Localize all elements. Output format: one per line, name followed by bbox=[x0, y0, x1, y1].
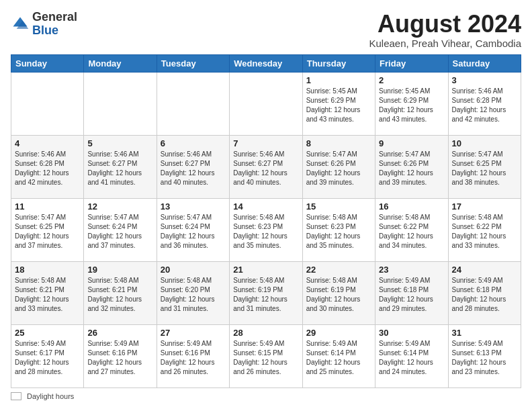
calendar-cell: 19Sunrise: 5:48 AM Sunset: 6:21 PM Dayli… bbox=[84, 261, 157, 324]
main-title: August 2024 bbox=[369, 11, 521, 38]
calendar-cell bbox=[157, 72, 229, 135]
day-number: 4 bbox=[15, 138, 80, 148]
calendar-cell: 9Sunrise: 5:47 AM Sunset: 6:26 PM Daylig… bbox=[375, 135, 448, 198]
logo-text: General Blue bbox=[32, 11, 77, 38]
day-info: Sunrise: 5:48 AM Sunset: 6:19 PM Dayligh… bbox=[233, 276, 298, 314]
day-info: Sunrise: 5:47 AM Sunset: 6:24 PM Dayligh… bbox=[87, 213, 152, 250]
calendar-cell: 6Sunrise: 5:46 AM Sunset: 6:27 PM Daylig… bbox=[157, 135, 229, 198]
day-number: 26 bbox=[87, 328, 152, 338]
day-info: Sunrise: 5:49 AM Sunset: 6:14 PM Dayligh… bbox=[306, 339, 371, 377]
calendar-cell: 25Sunrise: 5:49 AM Sunset: 6:17 PM Dayli… bbox=[11, 324, 84, 387]
calendar-cell: 2Sunrise: 5:45 AM Sunset: 6:29 PM Daylig… bbox=[375, 72, 448, 135]
day-info: Sunrise: 5:46 AM Sunset: 6:27 PM Dayligh… bbox=[233, 150, 298, 187]
calendar-cell: 11Sunrise: 5:47 AM Sunset: 6:25 PM Dayli… bbox=[11, 198, 84, 261]
header-cell: Thursday bbox=[302, 54, 375, 72]
calendar-cell: 8Sunrise: 5:47 AM Sunset: 6:26 PM Daylig… bbox=[302, 135, 375, 198]
day-info: Sunrise: 5:46 AM Sunset: 6:28 PM Dayligh… bbox=[15, 150, 80, 187]
day-info: Sunrise: 5:49 AM Sunset: 6:17 PM Dayligh… bbox=[15, 339, 80, 377]
day-number: 7 bbox=[233, 138, 298, 148]
day-number: 25 bbox=[15, 328, 80, 338]
day-info: Sunrise: 5:47 AM Sunset: 6:25 PM Dayligh… bbox=[452, 150, 517, 187]
header: General Blue August 2024 Kuleaen, Preah … bbox=[11, 11, 521, 49]
calendar-cell bbox=[84, 72, 157, 135]
day-number: 21 bbox=[233, 265, 298, 275]
header-cell: Friday bbox=[375, 54, 448, 72]
calendar-cell: 3Sunrise: 5:46 AM Sunset: 6:28 PM Daylig… bbox=[448, 72, 521, 135]
day-info: Sunrise: 5:46 AM Sunset: 6:27 PM Dayligh… bbox=[161, 150, 226, 187]
calendar-week: 11Sunrise: 5:47 AM Sunset: 6:25 PM Dayli… bbox=[11, 198, 521, 261]
calendar-cell: 30Sunrise: 5:49 AM Sunset: 6:14 PM Dayli… bbox=[375, 324, 448, 387]
day-number: 16 bbox=[379, 201, 444, 212]
daylight-box bbox=[11, 392, 21, 400]
title-section: August 2024 Kuleaen, Preah Vihear, Cambo… bbox=[369, 11, 521, 49]
footer: Daylight hours bbox=[11, 392, 521, 400]
day-info: Sunrise: 5:47 AM Sunset: 6:25 PM Dayligh… bbox=[15, 213, 80, 250]
day-number: 27 bbox=[161, 328, 226, 338]
calendar-header: SundayMondayTuesdayWednesdayThursdayFrid… bbox=[11, 54, 521, 72]
calendar-cell bbox=[11, 72, 84, 135]
day-info: Sunrise: 5:47 AM Sunset: 6:26 PM Dayligh… bbox=[306, 150, 371, 187]
day-number: 28 bbox=[233, 328, 298, 338]
calendar-cell: 1Sunrise: 5:45 AM Sunset: 6:29 PM Daylig… bbox=[302, 72, 375, 135]
header-row: SundayMondayTuesdayWednesdayThursdayFrid… bbox=[11, 54, 521, 72]
calendar-cell: 16Sunrise: 5:48 AM Sunset: 6:22 PM Dayli… bbox=[375, 198, 448, 261]
day-number: 23 bbox=[379, 265, 444, 275]
day-number: 24 bbox=[452, 265, 517, 275]
day-number: 6 bbox=[161, 138, 226, 148]
day-number: 5 bbox=[87, 138, 152, 148]
calendar-cell: 24Sunrise: 5:49 AM Sunset: 6:18 PM Dayli… bbox=[448, 261, 521, 324]
day-info: Sunrise: 5:48 AM Sunset: 6:23 PM Dayligh… bbox=[306, 213, 371, 250]
day-number: 14 bbox=[233, 201, 298, 212]
day-number: 20 bbox=[161, 265, 226, 275]
day-info: Sunrise: 5:46 AM Sunset: 6:28 PM Dayligh… bbox=[452, 87, 517, 124]
day-number: 22 bbox=[306, 265, 371, 275]
day-info: Sunrise: 5:49 AM Sunset: 6:13 PM Dayligh… bbox=[452, 339, 517, 377]
day-info: Sunrise: 5:48 AM Sunset: 6:19 PM Dayligh… bbox=[306, 276, 371, 314]
day-number: 9 bbox=[379, 138, 444, 148]
day-number: 29 bbox=[306, 328, 371, 338]
logo-icon bbox=[11, 15, 30, 34]
day-number: 30 bbox=[379, 328, 444, 338]
calendar-cell: 29Sunrise: 5:49 AM Sunset: 6:14 PM Dayli… bbox=[302, 324, 375, 387]
calendar-cell: 4Sunrise: 5:46 AM Sunset: 6:28 PM Daylig… bbox=[11, 135, 84, 198]
calendar-cell: 31Sunrise: 5:49 AM Sunset: 6:13 PM Dayli… bbox=[448, 324, 521, 387]
calendar-cell: 21Sunrise: 5:48 AM Sunset: 6:19 PM Dayli… bbox=[230, 261, 302, 324]
calendar-cell: 13Sunrise: 5:47 AM Sunset: 6:24 PM Dayli… bbox=[157, 198, 229, 261]
day-info: Sunrise: 5:48 AM Sunset: 6:22 PM Dayligh… bbox=[452, 213, 517, 250]
day-info: Sunrise: 5:48 AM Sunset: 6:22 PM Dayligh… bbox=[379, 213, 444, 250]
day-info: Sunrise: 5:47 AM Sunset: 6:26 PM Dayligh… bbox=[379, 150, 444, 187]
day-info: Sunrise: 5:47 AM Sunset: 6:24 PM Dayligh… bbox=[161, 213, 226, 250]
calendar-cell: 18Sunrise: 5:48 AM Sunset: 6:21 PM Dayli… bbox=[11, 261, 84, 324]
calendar-cell: 26Sunrise: 5:49 AM Sunset: 6:16 PM Dayli… bbox=[84, 324, 157, 387]
day-number: 1 bbox=[306, 75, 371, 85]
day-number: 15 bbox=[306, 201, 371, 212]
calendar-body: 1Sunrise: 5:45 AM Sunset: 6:29 PM Daylig… bbox=[11, 72, 521, 387]
day-number: 31 bbox=[452, 328, 517, 338]
calendar-cell: 5Sunrise: 5:46 AM Sunset: 6:27 PM Daylig… bbox=[84, 135, 157, 198]
day-info: Sunrise: 5:49 AM Sunset: 6:16 PM Dayligh… bbox=[161, 339, 226, 377]
calendar-cell: 15Sunrise: 5:48 AM Sunset: 6:23 PM Dayli… bbox=[302, 198, 375, 261]
calendar-cell: 27Sunrise: 5:49 AM Sunset: 6:16 PM Dayli… bbox=[157, 324, 229, 387]
day-number: 12 bbox=[87, 201, 152, 212]
calendar-week: 4Sunrise: 5:46 AM Sunset: 6:28 PM Daylig… bbox=[11, 135, 521, 198]
header-cell: Wednesday bbox=[230, 54, 302, 72]
calendar-week: 25Sunrise: 5:49 AM Sunset: 6:17 PM Dayli… bbox=[11, 324, 521, 387]
calendar-cell: 14Sunrise: 5:48 AM Sunset: 6:23 PM Dayli… bbox=[230, 198, 302, 261]
calendar-cell: 10Sunrise: 5:47 AM Sunset: 6:25 PM Dayli… bbox=[448, 135, 521, 198]
footer-label: Daylight hours bbox=[27, 392, 74, 400]
calendar-cell: 22Sunrise: 5:48 AM Sunset: 6:19 PM Dayli… bbox=[302, 261, 375, 324]
day-info: Sunrise: 5:45 AM Sunset: 6:29 PM Dayligh… bbox=[306, 87, 371, 124]
logo: General Blue bbox=[11, 11, 77, 38]
day-info: Sunrise: 5:45 AM Sunset: 6:29 PM Dayligh… bbox=[379, 87, 444, 124]
calendar-cell: 23Sunrise: 5:49 AM Sunset: 6:18 PM Dayli… bbox=[375, 261, 448, 324]
day-number: 8 bbox=[306, 138, 371, 148]
day-info: Sunrise: 5:48 AM Sunset: 6:21 PM Dayligh… bbox=[87, 276, 152, 314]
day-number: 13 bbox=[161, 201, 226, 212]
calendar-cell: 17Sunrise: 5:48 AM Sunset: 6:22 PM Dayli… bbox=[448, 198, 521, 261]
header-cell: Saturday bbox=[448, 54, 521, 72]
calendar-cell: 28Sunrise: 5:49 AM Sunset: 6:15 PM Dayli… bbox=[230, 324, 302, 387]
day-info: Sunrise: 5:48 AM Sunset: 6:20 PM Dayligh… bbox=[161, 276, 226, 314]
calendar-cell bbox=[230, 72, 302, 135]
calendar-cell: 7Sunrise: 5:46 AM Sunset: 6:27 PM Daylig… bbox=[230, 135, 302, 198]
header-cell: Sunday bbox=[11, 54, 84, 72]
